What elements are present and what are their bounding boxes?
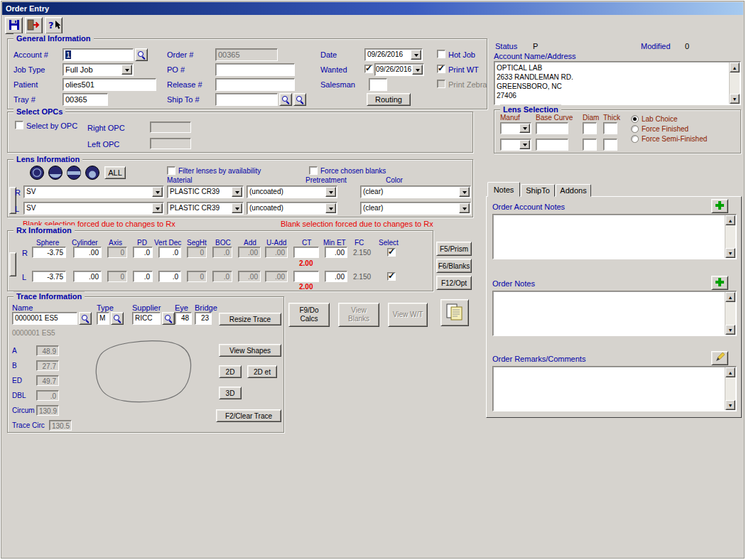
wanted-checkbox[interactable] <box>364 65 373 73</box>
trace-eye-input[interactable]: 48 <box>175 312 192 325</box>
rx-right-cylinder-input[interactable]: .00 <box>73 247 102 258</box>
f12-opt-button[interactable]: F12/Opt <box>436 276 472 290</box>
dropdown-arrow-icon[interactable] <box>519 124 530 133</box>
help-button[interactable]: ? <box>45 17 63 34</box>
diam-input-right[interactable] <box>583 122 597 134</box>
tab-addons[interactable]: Addons <box>556 184 591 197</box>
dropdown-arrow-icon[interactable] <box>152 187 163 197</box>
rx-right-min-et-input[interactable]: .00 <box>325 247 347 258</box>
radio-force-semi-finished[interactable] <box>631 135 639 143</box>
dropdown-arrow-icon[interactable] <box>325 203 336 213</box>
rx-left-sphere-input[interactable]: -3.75 <box>32 271 66 282</box>
tab-shipto[interactable]: ShipTo <box>521 184 555 197</box>
scroll-up-button[interactable] <box>730 63 740 72</box>
order-notes-box[interactable] <box>492 291 737 336</box>
ship-to-lookup-button-2[interactable] <box>293 93 306 106</box>
dropdown-arrow-icon[interactable] <box>411 50 421 60</box>
trace-supplier-lookup-button[interactable] <box>162 312 175 325</box>
exit-button[interactable] <box>25 17 43 34</box>
base-curve-input-left[interactable] <box>536 139 568 151</box>
dropdown-arrow-icon[interactable] <box>152 203 163 213</box>
scroll-down-button[interactable] <box>730 94 740 104</box>
scrollbar[interactable] <box>725 292 735 335</box>
routing-button[interactable]: Routing <box>367 93 411 106</box>
select-by-opc-checkbox[interactable] <box>15 121 23 129</box>
rx-left-vert-dec-input[interactable]: .0 <box>158 271 181 282</box>
account-lookup-button[interactable] <box>135 48 148 61</box>
left-color-combo[interactable]: (clear) <box>360 202 471 215</box>
left-material-combo[interactable]: PLASTIC CR39 <box>167 202 244 215</box>
thick-input-right[interactable] <box>603 122 617 134</box>
rx-copy-right-to-left-button[interactable] <box>9 252 16 276</box>
save-button[interactable] <box>5 17 23 34</box>
title-bar[interactable]: Order Entry <box>2 2 743 15</box>
scrollbar[interactable] <box>725 215 735 258</box>
po-number-input[interactable] <box>215 63 295 76</box>
view-3d-button[interactable]: 3D <box>219 387 242 399</box>
lens-type-flat-top-icon[interactable] <box>48 165 63 183</box>
rx-right-select-checkbox[interactable] <box>387 248 396 257</box>
print-wt-checkbox[interactable] <box>437 65 445 73</box>
patient-input[interactable]: olies501 <box>63 78 156 91</box>
order-account-notes-box[interactable] <box>492 214 737 259</box>
f5-prism-button[interactable]: F5/Prism <box>436 242 472 256</box>
tab-notes[interactable]: Notes <box>487 182 520 197</box>
dropdown-arrow-icon[interactable] <box>459 203 470 213</box>
lens-type-executive-icon[interactable] <box>66 165 82 183</box>
right-style-combo[interactable]: SV <box>23 185 164 198</box>
left-pretreatment-combo[interactable]: (uncoated) <box>247 202 337 215</box>
resize-trace-button[interactable]: Resize Trace <box>219 313 281 325</box>
trace-type-lookup-button[interactable] <box>111 312 124 325</box>
add-account-note-button[interactable] <box>711 199 728 213</box>
f9-do-calcs-button[interactable]: F9/Do Calcs <box>288 303 330 327</box>
right-color-combo[interactable]: (clear) <box>360 185 471 198</box>
add-order-note-button[interactable] <box>711 276 728 290</box>
rx-left-ct-input[interactable] <box>293 271 319 282</box>
f6-blanks-button[interactable]: F6/Blanks <box>436 259 472 273</box>
rx-left-min-et-input[interactable]: .00 <box>325 271 347 282</box>
scroll-down-button[interactable] <box>725 248 735 258</box>
account-address-box[interactable]: OPTICAL LAB 2633 RANDLEMAN RD. GREENSBOR… <box>494 61 741 105</box>
lens-type-all-button[interactable]: ALL <box>104 166 126 179</box>
trace-supplier-input[interactable]: RICC <box>132 312 161 325</box>
ship-to-lookup-button[interactable] <box>279 93 292 106</box>
job-type-combo[interactable]: Full Job <box>63 63 134 76</box>
rx-right-sphere-input[interactable]: -3.75 <box>32 247 66 258</box>
scrollbar[interactable] <box>729 63 740 104</box>
scroll-up-button[interactable] <box>725 367 735 377</box>
scroll-down-button[interactable] <box>725 400 735 410</box>
tray-number-input[interactable]: 00365 <box>63 93 108 106</box>
scroll-down-button[interactable] <box>725 325 735 335</box>
trace-bridge-input[interactable]: 23 <box>195 312 212 325</box>
rx-right-pd-input[interactable]: .0 <box>133 247 153 258</box>
trace-name-input[interactable]: 0000001 ES5 <box>12 312 77 325</box>
rx-right-vert-dec-input[interactable]: .0 <box>158 247 181 258</box>
order-remarks-box[interactable] <box>492 366 737 411</box>
manuf-combo-right[interactable] <box>500 122 531 134</box>
right-material-combo[interactable]: PLASTIC CR39 <box>167 185 244 198</box>
scrollbar[interactable] <box>725 367 735 410</box>
dropdown-arrow-icon[interactable] <box>412 65 423 75</box>
lens-type-round-seg-icon[interactable] <box>85 165 100 183</box>
account-input[interactable]: 1 <box>63 48 134 61</box>
right-pretreatment-combo[interactable]: (uncoated) <box>247 185 337 198</box>
view-shapes-button[interactable]: View Shapes <box>219 344 281 357</box>
ship-to-input[interactable] <box>215 93 278 106</box>
date-combo[interactable]: 09/26/2016 <box>364 48 423 61</box>
trace-type-input[interactable]: M <box>97 312 109 325</box>
dropdown-arrow-icon[interactable] <box>232 187 242 197</box>
lens-type-sv-icon[interactable] <box>29 165 45 183</box>
scroll-up-button[interactable] <box>725 292 735 302</box>
radio-lab-choice[interactable] <box>631 115 639 123</box>
dropdown-arrow-icon[interactable] <box>325 187 336 197</box>
rx-left-cylinder-input[interactable]: .00 <box>73 271 102 282</box>
scroll-up-button[interactable] <box>725 215 735 225</box>
wanted-date-combo[interactable]: 09/26/2016 <box>374 63 424 76</box>
rx-right-ct-input[interactable] <box>293 247 319 258</box>
dropdown-arrow-icon[interactable] <box>459 187 470 197</box>
base-curve-input-right[interactable] <box>536 122 568 134</box>
dropdown-arrow-icon[interactable] <box>519 140 530 149</box>
manuf-combo-left[interactable] <box>500 139 531 151</box>
hot-job-checkbox[interactable] <box>437 50 445 58</box>
view-2d-et-button[interactable]: 2D et <box>247 365 277 378</box>
